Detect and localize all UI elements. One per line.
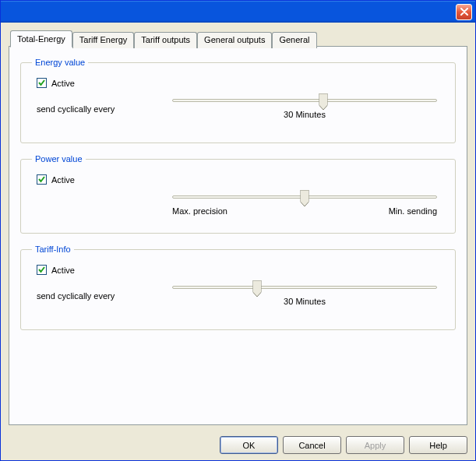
slider-wrap: Max. precision Min. sending (172, 195, 437, 216)
slider-right-label: Min. sending (389, 206, 437, 216)
group-legend: Power value (32, 154, 86, 164)
slider-tariff[interactable] (172, 286, 437, 289)
slider-wrap: 30 Minutes (172, 286, 437, 306)
checkbox-row: Active (37, 265, 444, 275)
close-icon (460, 8, 468, 16)
checkbox-label: Active (51, 175, 75, 185)
checkbox-label: Active (51, 79, 75, 88)
tab-tariff-energy[interactable]: Tariff Energy (72, 32, 135, 48)
slider-value-label: 30 Minutes (284, 110, 326, 119)
slider-energy[interactable] (172, 99, 437, 102)
dialog-content: Total-Energy Tariff Energy Tariff output… (1, 23, 475, 430)
check-icon (37, 79, 46, 87)
help-button[interactable]: Help (409, 436, 467, 454)
slider-row-tariff: send cyclically every 30 Minutes (37, 286, 444, 306)
tab-strip: Total-Energy Tariff Energy Tariff output… (9, 30, 467, 47)
slider-label-send: send cyclically every (37, 291, 161, 301)
slider-wrap: 30 Minutes (172, 99, 437, 119)
dialog-button-row: OK Cancel Apply Help (1, 430, 475, 460)
slider-thumb[interactable] (301, 190, 309, 206)
checkbox-row: Active (37, 78, 444, 88)
group-tariff-info: Tariff-Info Active send cyclically every (20, 245, 456, 330)
slider-row-power: Max. precision Min. sending (37, 195, 444, 216)
tab-tariff-outputs[interactable]: Tariff outputs (134, 32, 197, 48)
check-icon (37, 175, 46, 184)
cancel-button[interactable]: Cancel (283, 436, 341, 454)
slider-power[interactable] (172, 195, 437, 199)
tab-total-energy[interactable]: Total-Energy (10, 30, 72, 48)
group-legend: Tariff-Info (32, 245, 74, 254)
slider-thumb[interactable] (253, 280, 262, 297)
close-button[interactable] (456, 4, 472, 20)
group-legend: Energy value (32, 58, 88, 67)
slider-endpoint-labels: Max. precision Min. sending (172, 206, 437, 216)
tab-general[interactable]: General (272, 32, 316, 48)
apply-button: Apply (346, 436, 404, 454)
titlebar (1, 1, 475, 23)
group-energy-value: Energy value Active send cyclically ever… (20, 58, 456, 143)
slider-thumb[interactable] (319, 93, 327, 110)
tab-page-total-energy: Energy value Active send cyclically ever… (9, 46, 467, 425)
checkbox-power-active[interactable] (37, 174, 47, 185)
tab-general-outputs[interactable]: General outputs (197, 32, 272, 48)
dialog-window: Total-Energy Tariff Energy Tariff output… (0, 0, 476, 461)
checkbox-label: Active (51, 266, 75, 275)
checkbox-energy-active[interactable] (37, 78, 47, 88)
checkbox-row: Active (37, 174, 444, 185)
slider-label-send: send cyclically every (37, 104, 161, 114)
checkbox-tariff-active[interactable] (37, 265, 47, 275)
group-power-value: Power value Active (20, 154, 456, 234)
ok-button[interactable]: OK (220, 436, 278, 454)
slider-left-label: Max. precision (172, 206, 227, 216)
slider-row-energy: send cyclically every 30 Minutes (37, 99, 444, 119)
check-icon (37, 266, 46, 274)
slider-value-label: 30 Minutes (284, 297, 326, 306)
